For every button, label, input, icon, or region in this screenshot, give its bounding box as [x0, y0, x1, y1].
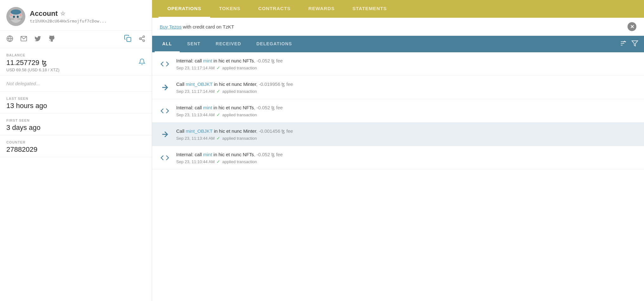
tx-meta: Sep 23, 11:10:44 AM ✓ applied transactio… [176, 159, 638, 164]
bell-icon[interactable] [138, 58, 145, 67]
twitter-icon[interactable] [34, 35, 41, 44]
last-seen-label: LAST SEEN [6, 97, 145, 100]
balance-section: BALANCE 11.257729 ꜩ USD 69.58 (USD 6.18 … [0, 48, 152, 76]
last-seen-value: 13 hours ago [6, 102, 145, 110]
tx-status: applied transaction [222, 159, 257, 164]
svg-marker-27 [632, 41, 638, 46]
promo-close-button[interactable]: ✕ [628, 22, 636, 31]
tx-time: Sep 23, 11:13:44 AM [176, 136, 215, 141]
promo-link[interactable]: Buy Tezos [160, 24, 182, 29]
mail-icon[interactable] [20, 35, 27, 44]
nav-operations[interactable]: OPERATIONS [158, 0, 210, 18]
svg-line-22 [141, 39, 143, 40]
tab-sent[interactable]: SENT [180, 36, 208, 52]
tx-meta: Sep 23, 11:17:14 AM ✓ applied transactio… [176, 89, 638, 94]
svg-point-8 [13, 16, 15, 18]
tx-status: applied transaction [222, 89, 257, 94]
nav-contracts[interactable]: CONTRACTS [249, 0, 299, 18]
avatar [6, 7, 25, 26]
tx-title: Internal: call mint in hic et nunc NFTs,… [176, 151, 638, 158]
top-nav: OPERATIONS TOKENS CONTRACTS REWARDS STAT… [152, 0, 644, 18]
tab-received[interactable]: RECEIVED [208, 36, 249, 52]
svg-point-19 [143, 35, 145, 37]
ops-tabs: ALL SENT RECEIVED DELEGATIONS [152, 36, 644, 52]
balance-value: 11.257729 ꜩ [6, 59, 47, 67]
github-icon[interactable] [48, 35, 55, 44]
first-seen-label: FIRST SEEN [6, 118, 145, 122]
first-seen-value: 3 days ago [6, 124, 145, 132]
promo-banner: Buy Tezos with credit card on TzKT ✕ [152, 18, 644, 36]
counter-section: COUNTER 27882029 [0, 135, 152, 157]
favorite-icon[interactable]: ☆ [60, 10, 65, 17]
tx-contract: hic et nunc NFTs [218, 58, 254, 63]
counter-label: COUNTER [6, 140, 145, 144]
promo-text: Buy Tezos with credit card on TzKT [160, 24, 234, 29]
tx-method-link[interactable]: mint_OBJKT [186, 128, 213, 134]
tx-time: Sep 23, 11:10:44 AM [176, 159, 215, 164]
first-seen-section: FIRST SEEN 3 days ago [0, 113, 152, 135]
tx-method-link[interactable]: mint [203, 58, 212, 63]
table-row[interactable]: Internal: call mint in hic et nunc NFTs,… [152, 52, 644, 76]
table-row[interactable]: Internal: call mint in hic et nunc NFTs,… [152, 146, 644, 170]
tx-check-icon: ✓ [216, 112, 220, 117]
tx-contract: hic et nunc Minter [219, 128, 256, 134]
tx-check-icon: ✓ [216, 159, 220, 164]
nav-tokens[interactable]: TOKENS [210, 0, 249, 18]
globe-icon[interactable] [6, 35, 13, 44]
account-header: Account ☆ tz1hXKn2BcU64HxSrmojfuf7cDow..… [0, 0, 152, 31]
tab-delegations[interactable]: DELEGATIONS [249, 36, 299, 52]
nav-statements[interactable]: STATEMENTS [344, 0, 396, 18]
tx-time: Sep 23, 11:17:14 AM [176, 89, 215, 94]
balance-label: BALANCE [6, 53, 145, 57]
tx-title: Call mint_OBJKT in hic et nunc Minter, -… [176, 128, 638, 134]
account-name-label: Account [30, 10, 58, 18]
account-title: Account ☆ [30, 10, 145, 18]
tx-status: applied transaction [222, 112, 257, 117]
tx-content: Call mint_OBJKT in hic et nunc Minter, -… [176, 128, 638, 141]
tx-content: Internal: call mint in hic et nunc NFTs,… [176, 57, 638, 70]
table-row[interactable]: Call mint_OBJKT in hic et nunc Minter, -… [152, 123, 644, 146]
tx-content: Internal: call mint in hic et nunc NFTs,… [176, 151, 638, 164]
tx-meta: Sep 23, 11:17:14 AM ✓ applied transactio… [176, 65, 638, 70]
tx-check-icon: ✓ [216, 136, 220, 141]
transaction-list: Internal: call mint in hic et nunc NFTs,… [152, 52, 644, 301]
tx-title: Internal: call mint in hic et nunc NFTs,… [176, 57, 638, 64]
account-info: Account ☆ tz1hXKn2BcU64HxSrmojfuf7cDow..… [30, 10, 145, 23]
tx-method-link[interactable]: mint [203, 105, 212, 110]
tx-content: Internal: call mint in hic et nunc NFTs,… [176, 104, 638, 117]
account-address: tz1hXKn2BcU64HxSrmojfuf7cDow... [30, 19, 145, 23]
delegation-status: Not delegated... [0, 76, 152, 92]
svg-line-23 [141, 37, 143, 38]
tx-title: Call mint_OBJKT in hic et nunc Minter, -… [176, 81, 638, 87]
main-content: OPERATIONS TOKENS CONTRACTS REWARDS STAT… [152, 0, 644, 301]
sidebar: Account ☆ tz1hXKn2BcU64HxSrmojfuf7cDow..… [0, 0, 152, 301]
last-seen-section: LAST SEEN 13 hours ago [0, 92, 152, 113]
tab-actions [620, 36, 641, 52]
tx-time: Sep 23, 11:17:14 AM [176, 66, 215, 70]
tab-all[interactable]: ALL [155, 36, 180, 52]
tx-method-link[interactable]: mint [203, 152, 212, 157]
share-icon[interactable] [138, 35, 145, 44]
filter-icon[interactable] [631, 40, 638, 48]
tx-status: applied transaction [222, 66, 257, 70]
tx-status: applied transaction [222, 136, 257, 141]
tx-internal-icon [158, 58, 171, 70]
tx-meta: Sep 23, 11:13:44 AM ✓ applied transactio… [176, 136, 638, 141]
tx-meta: Sep 23, 11:13:44 AM ✓ applied transactio… [176, 112, 638, 117]
balance-usd: USD 69.58 (USD 6.18 / XTZ) [6, 67, 145, 72]
tx-check-icon: ✓ [216, 65, 220, 70]
account-actions [0, 31, 152, 48]
svg-rect-18 [127, 37, 131, 42]
sort-icon[interactable] [620, 40, 627, 48]
tx-check-icon: ✓ [216, 89, 220, 94]
table-row[interactable]: Call mint_OBJKT in hic et nunc Minter, -… [152, 76, 644, 99]
tx-contract: hic et nunc Minter [219, 81, 256, 87]
tx-contract: hic et nunc NFTs [218, 152, 254, 157]
nav-rewards[interactable]: REWARDS [299, 0, 344, 18]
copy-icon[interactable] [124, 35, 132, 44]
tx-internal-icon [158, 151, 171, 164]
tx-time: Sep 23, 11:13:44 AM [176, 112, 215, 117]
table-row[interactable]: Internal: call mint in hic et nunc NFTs,… [152, 99, 644, 123]
tx-method-link[interactable]: mint_OBJKT [186, 81, 213, 87]
svg-point-21 [143, 40, 145, 42]
